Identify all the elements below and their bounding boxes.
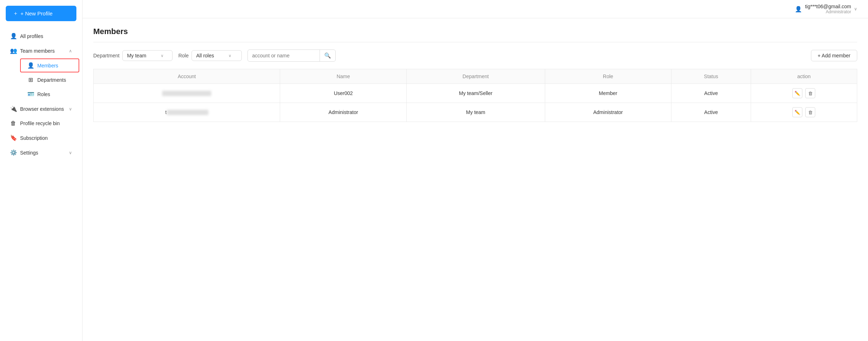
col-status: Status <box>671 69 751 84</box>
sidebar-item-members[interactable]: 👤 Members <box>20 58 79 72</box>
search-input[interactable] <box>248 50 320 61</box>
col-action: action <box>751 69 857 84</box>
role-chevron: ∨ <box>228 53 231 58</box>
user-email: tig***t06@gmail.com <box>805 4 851 9</box>
sidebar-subnav: 👤 Members ⊞ Departments 🪪 Roles <box>0 58 82 101</box>
sidebar-item-label: Profile recycle bin <box>20 120 60 126</box>
add-member-button[interactable]: + Add member <box>811 50 857 61</box>
subscription-icon: 🔖 <box>10 134 16 141</box>
departments-icon: ⊞ <box>27 76 34 83</box>
sidebar-item-label: All profiles <box>20 33 43 39</box>
col-role: Role <box>545 69 671 84</box>
department-value: My team <box>127 53 146 58</box>
department-select[interactable]: My team ∨ <box>122 50 173 61</box>
add-member-label: + Add member <box>818 53 850 58</box>
table-row: tig***t06@gmail.com Administrator My tea… <box>94 103 857 122</box>
search-button[interactable]: 🔍 <box>320 50 335 61</box>
account-blurred: ig***t06@gmail.com <box>167 110 208 115</box>
role-cell: Member <box>545 84 671 103</box>
new-profile-label: + New Profile <box>20 10 53 16</box>
page-content: Members Department My team ∨ Role All ro… <box>82 18 868 341</box>
role-filter-group: Role All roles ∨ <box>178 50 242 61</box>
name-cell: User002 <box>280 84 406 103</box>
sidebar-item-label: Roles <box>37 91 50 97</box>
chevron-up-icon: ∧ <box>69 48 72 53</box>
user-menu-chevron: ∨ <box>854 6 857 11</box>
account-blurred: user001@example.com <box>162 91 211 96</box>
sidebar-item-roles[interactable]: 🪪 Roles <box>20 87 79 101</box>
edit-button[interactable]: ✏️ <box>792 88 802 98</box>
sidebar-nav: 👤 All profiles 👥 Team members ∧ 👤 Member… <box>0 28 82 335</box>
sidebar-item-departments[interactable]: ⊞ Departments <box>20 73 79 87</box>
action-cell: ✏️ 🗑 <box>751 84 857 103</box>
sidebar-item-profile-recycle-bin[interactable]: 🗑 Profile recycle bin <box>3 117 79 130</box>
roles-icon: 🪪 <box>27 91 34 98</box>
top-header: 👤 tig***t06@gmail.com Administrator ∨ <box>82 0 868 18</box>
department-cell: My team <box>406 103 545 122</box>
sidebar-item-settings[interactable]: ⚙️ Settings ∨ <box>3 146 79 160</box>
delete-button[interactable]: 🗑 <box>805 107 815 117</box>
user-avatar-icon: 👤 <box>795 6 802 13</box>
team-icon: 👥 <box>10 47 16 54</box>
members-table: Account Name Department Role Status acti… <box>93 69 857 122</box>
sidebar-item-label: Browser extensions <box>20 106 64 112</box>
role-value: All roles <box>196 53 214 58</box>
filters-bar: Department My team ∨ Role All roles ∨ 🔍 … <box>93 49 857 62</box>
user-text: tig***t06@gmail.com Administrator <box>805 4 851 14</box>
edit-button[interactable]: ✏️ <box>792 107 802 117</box>
sidebar-item-team-members[interactable]: 👥 Team members ∧ <box>3 44 79 58</box>
department-chevron: ∨ <box>161 53 164 58</box>
table-header-row: Account Name Department Role Status acti… <box>94 69 857 84</box>
settings-icon: ⚙️ <box>10 149 16 156</box>
account-cell: user001@example.com <box>94 84 280 103</box>
recycle-bin-icon: 🗑 <box>10 120 16 127</box>
user-role: Administrator <box>805 9 851 14</box>
person-icon: 👤 <box>10 33 16 39</box>
chevron-down-icon: ∨ <box>69 106 72 112</box>
search-box: 🔍 <box>247 49 336 62</box>
sidebar-item-subscription[interactable]: 🔖 Subscription <box>3 131 79 145</box>
col-name: Name <box>280 69 406 84</box>
role-select[interactable]: All roles ∨ <box>192 50 242 61</box>
sidebar-item-label: Subscription <box>20 135 48 141</box>
user-info[interactable]: 👤 tig***t06@gmail.com Administrator ∨ <box>795 4 857 14</box>
department-filter-group: Department My team ∨ <box>93 50 173 61</box>
member-icon: 👤 <box>27 62 34 69</box>
sidebar-item-label: Members <box>37 63 58 68</box>
chevron-down-icon: ∨ <box>69 150 72 155</box>
sidebar: ＋ + New Profile 👤 All profiles 👥 Team me… <box>0 0 82 341</box>
col-department: Department <box>406 69 545 84</box>
page-title: Members <box>93 27 857 42</box>
sidebar-item-label: Team members <box>20 48 55 54</box>
new-profile-button[interactable]: ＋ + New Profile <box>6 6 76 21</box>
role-cell: Administrator <box>545 103 671 122</box>
sidebar-item-label: Settings <box>20 150 38 156</box>
account-cell: tig***t06@gmail.com <box>94 103 280 122</box>
role-label: Role <box>178 53 189 58</box>
table-row: user001@example.com User002 My team/Sell… <box>94 84 857 103</box>
department-cell: My team/Seller <box>406 84 545 103</box>
department-label: Department <box>93 53 119 58</box>
col-account: Account <box>94 69 280 84</box>
status-cell: Active <box>671 84 751 103</box>
main-content: 👤 tig***t06@gmail.com Administrator ∨ Me… <box>82 0 868 341</box>
delete-button[interactable]: 🗑 <box>805 88 815 98</box>
sidebar-item-browser-extensions[interactable]: 🔌 Browser extensions ∨ <box>3 102 79 116</box>
sidebar-item-all-profiles[interactable]: 👤 All profiles <box>3 29 79 43</box>
extensions-icon: 🔌 <box>10 105 16 112</box>
status-cell: Active <box>671 103 751 122</box>
action-cell: ✏️ 🗑 <box>751 103 857 122</box>
sidebar-item-label: Departments <box>37 77 66 83</box>
plus-icon: ＋ <box>13 10 18 17</box>
name-cell: Administrator <box>280 103 406 122</box>
